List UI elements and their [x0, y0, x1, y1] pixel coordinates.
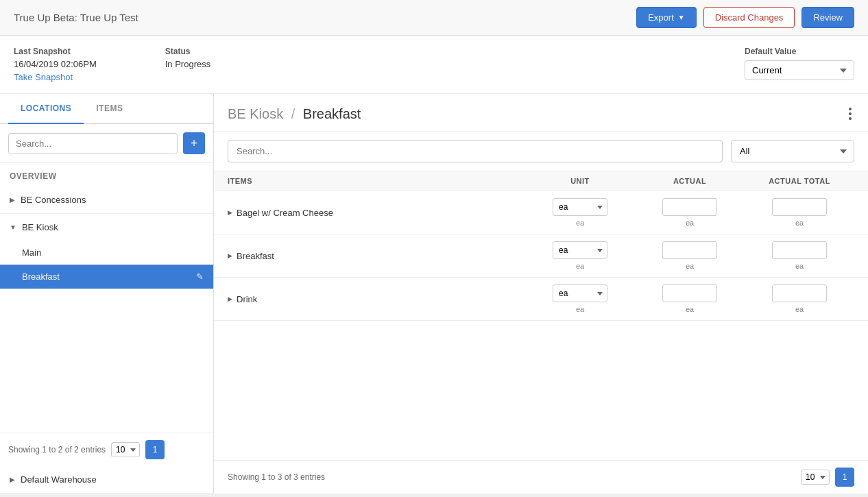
filter-category-select[interactable]: All [731, 140, 854, 162]
left-pagination-bar: Showing 1 to 2 of 2 entries 10 25 50 1 [0, 433, 213, 466]
drink-actual-input[interactable] [662, 284, 717, 302]
last-snapshot-section: Last Snapshot 16/04/2019 02:06PM Take Sn… [14, 47, 97, 82]
drink-unit-select[interactable]: ea [553, 284, 607, 302]
bagel-actual-input[interactable] [662, 198, 717, 216]
filter-row: All [214, 132, 868, 171]
status-value: In Progress [165, 59, 210, 69]
take-snapshot-link[interactable]: Take Snapshot [14, 72, 73, 82]
table-row: ▶ Bagel w/ Cream Cheese ea ea ea [214, 191, 868, 234]
search-row: + [0, 124, 213, 163]
drink-unit-label: ea [576, 305, 584, 313]
location-sub-breakfast[interactable]: Breakfast ✎ [0, 265, 213, 289]
discard-changes-button[interactable]: Discard Changes [703, 7, 795, 28]
default-value-label: Default Value [745, 47, 854, 56]
default-warehouse-label: Default Warehouse [21, 474, 97, 485]
kebab-menu-button[interactable] [846, 105, 854, 123]
default-value-section: Default Value Current [745, 47, 854, 80]
export-button[interactable]: Export ▼ [636, 7, 696, 28]
right-pagination-controls: 10 25 50 1 [801, 468, 854, 487]
bagel-unit-select[interactable]: ea [553, 198, 607, 216]
location-search-input[interactable] [8, 133, 178, 154]
item-name-breakfast: ▶ Breakfast [228, 251, 525, 261]
right-showing-text: Showing 1 to 3 of 3 entries [228, 472, 325, 482]
right-page-button[interactable]: 1 [835, 468, 854, 487]
breakfast-sub-label: Breakfast [22, 271, 60, 282]
col-items-header: ITEMS [228, 177, 525, 185]
location-item-default-warehouse[interactable]: ▶ Default Warehouse [0, 466, 213, 493]
breakfast-actual-total-input[interactable] [772, 241, 827, 259]
breadcrumb-current: Breakfast [303, 106, 361, 121]
location-group-default-warehouse: ▶ Default Warehouse [0, 466, 213, 494]
item-name-bagel: ▶ Bagel w/ Cream Cheese [228, 208, 525, 218]
export-caret-icon: ▼ [678, 14, 685, 21]
status-section: Status In Progress [165, 47, 210, 72]
breadcrumb-parent: BE Kiosk [228, 106, 283, 121]
status-label: Status [165, 47, 210, 56]
default-value-select[interactable]: Current [745, 60, 854, 80]
item-name-drink: ▶ Drink [228, 294, 525, 304]
be-kiosk-caret-icon: ▼ [10, 223, 16, 231]
drink-expand-icon[interactable]: ▶ [228, 295, 232, 302]
right-panel: BE Kiosk / Breakfast All ITEMS UNIT ACTU… [214, 94, 868, 494]
last-snapshot-label: Last Snapshot [14, 47, 97, 56]
table-row: ▶ Drink ea ea ea ea [214, 278, 868, 320]
last-snapshot-date: 16/04/2019 02:06PM [14, 59, 97, 69]
bagel-unit-label: ea [576, 219, 584, 227]
drink-unit-cell: ea ea [525, 284, 635, 313]
left-page-size-select[interactable]: 10 25 50 [111, 442, 140, 457]
tabs: LOCATIONS ITEMS [0, 94, 213, 124]
table-row-breakfast: ▶ Breakfast ea ea ea [214, 234, 868, 278]
table-row-bagel: ▶ Bagel w/ Cream Cheese ea ea ea [214, 191, 868, 234]
breakfast-actual-label: ea [686, 262, 694, 270]
location-sub-main[interactable]: Main [0, 241, 213, 265]
right-header: BE Kiosk / Breakfast [214, 94, 868, 132]
breakfast-actual-cell: ea [635, 241, 745, 270]
drink-actual-label: ea [686, 305, 694, 313]
tab-locations[interactable]: LOCATIONS [8, 94, 84, 124]
bagel-actual-total-cell: ea [745, 198, 854, 227]
right-page-size-select[interactable]: 10 25 50 [801, 470, 830, 485]
add-location-button[interactable]: + [183, 132, 205, 154]
breakfast-expand-icon[interactable]: ▶ [228, 252, 232, 259]
be-concessions-caret-icon: ▶ [10, 196, 15, 204]
tab-items[interactable]: ITEMS [84, 94, 135, 124]
snapshot-bar: Last Snapshot 16/04/2019 02:06PM Take Sn… [0, 36, 868, 94]
breakfast-actual-total-label: ea [795, 262, 804, 270]
left-showing-text: Showing 1 to 2 of 2 entries [8, 445, 106, 454]
bagel-label: Bagel w/ Cream Cheese [237, 208, 333, 218]
default-warehouse-caret-icon: ▶ [10, 476, 15, 483]
toolbar-actions: Export ▼ Discard Changes Review [636, 7, 854, 28]
left-page-button[interactable]: 1 [145, 440, 165, 459]
location-group-be-kiosk: ▼ BE Kiosk Main Breakfast ✎ [0, 214, 213, 289]
review-button[interactable]: Review [801, 7, 854, 28]
location-item-be-kiosk[interactable]: ▼ BE Kiosk [0, 214, 213, 241]
edit-icon: ✎ [196, 271, 204, 282]
location-item-be-concessions[interactable]: ▶ BE Concessions [0, 186, 213, 213]
breadcrumb-separator: / [291, 106, 299, 121]
breakfast-unit-select[interactable]: ea [553, 241, 607, 259]
table-header: ITEMS UNIT ACTUAL ACTUAL TOTAL [214, 171, 868, 191]
app-title: True Up Beta: True Up Test [14, 12, 138, 23]
drink-actual-total-input[interactable] [772, 284, 827, 302]
col-actual-header: ACTUAL [635, 177, 745, 185]
bagel-actual-label: ea [686, 219, 694, 227]
bagel-expand-icon[interactable]: ▶ [228, 209, 232, 216]
bagel-actual-total-input[interactable] [772, 198, 827, 216]
be-kiosk-label: BE Kiosk [22, 222, 58, 232]
col-actual-total-header: ACTUAL TOTAL [745, 177, 854, 185]
breakfast-actual-input[interactable] [662, 241, 717, 259]
table-row-drink: ▶ Drink ea ea ea ea [214, 278, 868, 321]
bagel-actual-cell: ea [635, 198, 745, 227]
right-title: BE Kiosk / Breakfast [228, 106, 361, 122]
drink-actual-total-label: ea [795, 305, 804, 313]
bagel-actual-total-label: ea [795, 219, 804, 227]
table-row: ▶ Breakfast ea ea ea [214, 234, 868, 277]
kebab-dot-1 [849, 108, 852, 110]
location-group-be-concessions: ▶ BE Concessions [0, 186, 213, 214]
drink-actual-cell: ea [635, 284, 745, 313]
breakfast-item-label: Breakfast [237, 251, 274, 261]
kebab-dot-2 [849, 112, 852, 115]
items-search-input[interactable] [228, 140, 723, 162]
drink-label: Drink [237, 294, 257, 304]
bagel-unit-cell: ea ea [525, 198, 635, 227]
